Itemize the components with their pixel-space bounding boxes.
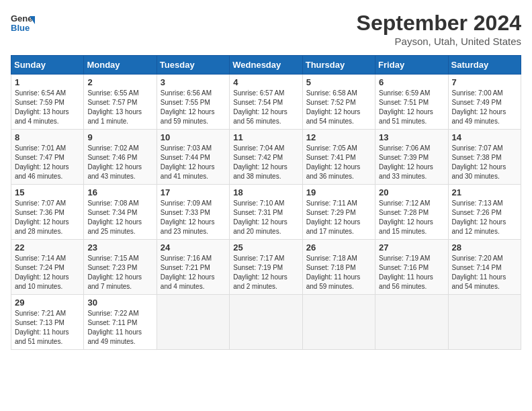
calendar-cell <box>448 295 521 350</box>
calendar-cell: 1Sunrise: 6:54 AM Sunset: 7:59 PM Daylig… <box>11 75 84 130</box>
calendar-cell: 29Sunrise: 7:21 AM Sunset: 7:13 PM Dayli… <box>11 295 84 350</box>
day-info: Sunrise: 7:13 AM Sunset: 7:26 PM Dayligh… <box>452 199 517 236</box>
day-info: Sunrise: 7:01 AM Sunset: 7:47 PM Dayligh… <box>15 144 80 181</box>
day-number: 8 <box>15 132 80 142</box>
day-number: 20 <box>379 187 444 197</box>
calendar-week-3: 15Sunrise: 7:07 AM Sunset: 7:36 PM Dayli… <box>11 185 521 240</box>
day-info: Sunrise: 7:02 AM Sunset: 7:46 PM Dayligh… <box>87 144 152 181</box>
calendar-table: SundayMondayTuesdayWednesdayThursdayFrid… <box>11 55 521 350</box>
calendar-cell: 8Sunrise: 7:01 AM Sunset: 7:47 PM Daylig… <box>11 130 84 185</box>
day-info: Sunrise: 7:16 AM Sunset: 7:21 PM Dayligh… <box>161 254 226 291</box>
day-info: Sunrise: 7:22 AM Sunset: 7:11 PM Dayligh… <box>87 309 152 347</box>
calendar-cell: 30Sunrise: 7:22 AM Sunset: 7:11 PM Dayli… <box>84 295 157 350</box>
day-info: Sunrise: 7:17 AM Sunset: 7:19 PM Dayligh… <box>233 254 298 291</box>
day-info: Sunrise: 7:20 AM Sunset: 7:14 PM Dayligh… <box>452 254 517 291</box>
day-info: Sunrise: 7:07 AM Sunset: 7:36 PM Dayligh… <box>15 199 80 236</box>
day-number: 17 <box>161 187 226 197</box>
calendar-cell: 5Sunrise: 6:58 AM Sunset: 7:52 PM Daylig… <box>302 75 375 130</box>
calendar-cell <box>375 295 448 350</box>
calendar-cell: 16Sunrise: 7:08 AM Sunset: 7:34 PM Dayli… <box>84 185 157 240</box>
day-number: 24 <box>161 242 226 253</box>
calendar-cell: 21Sunrise: 7:13 AM Sunset: 7:26 PM Dayli… <box>448 185 521 240</box>
day-number: 25 <box>233 242 298 253</box>
calendar-cell: 17Sunrise: 7:09 AM Sunset: 7:33 PM Dayli… <box>157 185 229 240</box>
calendar-cell: 18Sunrise: 7:10 AM Sunset: 7:31 PM Dayli… <box>230 185 302 240</box>
day-info: Sunrise: 7:03 AM Sunset: 7:44 PM Dayligh… <box>161 144 226 181</box>
calendar-cell: 11Sunrise: 7:04 AM Sunset: 7:42 PM Dayli… <box>230 130 302 185</box>
day-info: Sunrise: 7:09 AM Sunset: 7:33 PM Dayligh… <box>161 199 226 236</box>
day-info: Sunrise: 7:12 AM Sunset: 7:28 PM Dayligh… <box>379 199 444 236</box>
calendar-cell: 12Sunrise: 7:05 AM Sunset: 7:41 PM Dayli… <box>302 130 375 185</box>
day-info: Sunrise: 7:10 AM Sunset: 7:31 PM Dayligh… <box>233 199 298 236</box>
logo-icon: General Blue <box>11 11 35 35</box>
calendar-cell: 20Sunrise: 7:12 AM Sunset: 7:28 PM Dayli… <box>375 185 448 240</box>
day-number: 7 <box>452 77 517 87</box>
day-number: 13 <box>379 132 444 142</box>
calendar-cell <box>230 295 302 350</box>
calendar-cell: 28Sunrise: 7:20 AM Sunset: 7:14 PM Dayli… <box>448 240 521 295</box>
day-number: 3 <box>161 77 226 87</box>
day-number: 18 <box>233 187 298 197</box>
day-info: Sunrise: 7:15 AM Sunset: 7:23 PM Dayligh… <box>87 254 152 291</box>
calendar-cell: 14Sunrise: 7:07 AM Sunset: 7:38 PM Dayli… <box>448 130 521 185</box>
day-info: Sunrise: 6:58 AM Sunset: 7:52 PM Dayligh… <box>306 89 371 126</box>
day-number: 23 <box>87 242 152 253</box>
day-info: Sunrise: 6:59 AM Sunset: 7:51 PM Dayligh… <box>379 89 444 126</box>
day-number: 30 <box>87 298 152 308</box>
calendar-cell: 22Sunrise: 7:14 AM Sunset: 7:24 PM Dayli… <box>11 240 84 295</box>
calendar-week-2: 8Sunrise: 7:01 AM Sunset: 7:47 PM Daylig… <box>11 130 521 185</box>
day-number: 9 <box>87 132 152 142</box>
weekday-header-thursday: Thursday <box>302 56 375 75</box>
calendar-cell: 10Sunrise: 7:03 AM Sunset: 7:44 PM Dayli… <box>157 130 229 185</box>
calendar-cell <box>302 295 375 350</box>
day-number: 27 <box>379 242 444 253</box>
weekday-header-wednesday: Wednesday <box>230 56 302 75</box>
day-number: 5 <box>306 77 371 87</box>
day-info: Sunrise: 7:11 AM Sunset: 7:29 PM Dayligh… <box>306 199 371 236</box>
day-number: 6 <box>379 77 444 87</box>
day-number: 26 <box>306 242 371 253</box>
calendar-cell: 13Sunrise: 7:06 AM Sunset: 7:39 PM Dayli… <box>375 130 448 185</box>
day-number: 19 <box>306 187 371 197</box>
day-number: 16 <box>87 187 152 197</box>
month-title: September 2024 <box>357 11 521 36</box>
calendar-cell: 4Sunrise: 6:57 AM Sunset: 7:54 PM Daylig… <box>230 75 302 130</box>
title-block: September 2024 Payson, Utah, United Stat… <box>357 11 521 47</box>
calendar-cell: 6Sunrise: 6:59 AM Sunset: 7:51 PM Daylig… <box>375 75 448 130</box>
day-number: 28 <box>452 242 517 253</box>
weekday-header-tuesday: Tuesday <box>157 56 229 75</box>
day-info: Sunrise: 6:56 AM Sunset: 7:55 PM Dayligh… <box>161 89 226 126</box>
calendar-cell: 25Sunrise: 7:17 AM Sunset: 7:19 PM Dayli… <box>230 240 302 295</box>
day-info: Sunrise: 6:54 AM Sunset: 7:59 PM Dayligh… <box>15 89 80 126</box>
weekday-header-sunday: Sunday <box>11 56 84 75</box>
weekday-header-row: SundayMondayTuesdayWednesdayThursdayFrid… <box>11 56 521 75</box>
calendar-cell <box>157 295 229 350</box>
day-info: Sunrise: 7:05 AM Sunset: 7:41 PM Dayligh… <box>306 144 371 181</box>
day-info: Sunrise: 6:57 AM Sunset: 7:54 PM Dayligh… <box>233 89 298 126</box>
calendar-cell: 2Sunrise: 6:55 AM Sunset: 7:57 PM Daylig… <box>84 75 157 130</box>
calendar-cell: 3Sunrise: 6:56 AM Sunset: 7:55 PM Daylig… <box>157 75 229 130</box>
svg-text:Blue: Blue <box>11 23 30 33</box>
calendar-cell: 15Sunrise: 7:07 AM Sunset: 7:36 PM Dayli… <box>11 185 84 240</box>
day-info: Sunrise: 7:04 AM Sunset: 7:42 PM Dayligh… <box>233 144 298 181</box>
day-number: 1 <box>15 77 80 87</box>
day-number: 21 <box>452 187 517 197</box>
day-number: 11 <box>233 132 298 142</box>
day-number: 2 <box>87 77 152 87</box>
day-info: Sunrise: 7:18 AM Sunset: 7:18 PM Dayligh… <box>306 254 371 291</box>
calendar-cell: 7Sunrise: 7:00 AM Sunset: 7:49 PM Daylig… <box>448 75 521 130</box>
day-number: 10 <box>161 132 226 142</box>
day-info: Sunrise: 6:55 AM Sunset: 7:57 PM Dayligh… <box>87 89 152 126</box>
calendar-week-4: 22Sunrise: 7:14 AM Sunset: 7:24 PM Dayli… <box>11 240 521 295</box>
calendar-cell: 23Sunrise: 7:15 AM Sunset: 7:23 PM Dayli… <box>84 240 157 295</box>
weekday-header-monday: Monday <box>84 56 157 75</box>
day-info: Sunrise: 7:19 AM Sunset: 7:16 PM Dayligh… <box>379 254 444 291</box>
day-info: Sunrise: 7:06 AM Sunset: 7:39 PM Dayligh… <box>379 144 444 181</box>
calendar-cell: 26Sunrise: 7:18 AM Sunset: 7:18 PM Dayli… <box>302 240 375 295</box>
day-info: Sunrise: 7:21 AM Sunset: 7:13 PM Dayligh… <box>15 309 80 347</box>
page-header: General Blue September 2024 Payson, Utah… <box>11 11 521 47</box>
calendar-cell: 27Sunrise: 7:19 AM Sunset: 7:16 PM Dayli… <box>375 240 448 295</box>
day-info: Sunrise: 7:14 AM Sunset: 7:24 PM Dayligh… <box>15 254 80 291</box>
day-number: 15 <box>15 187 80 197</box>
weekday-header-saturday: Saturday <box>448 56 521 75</box>
